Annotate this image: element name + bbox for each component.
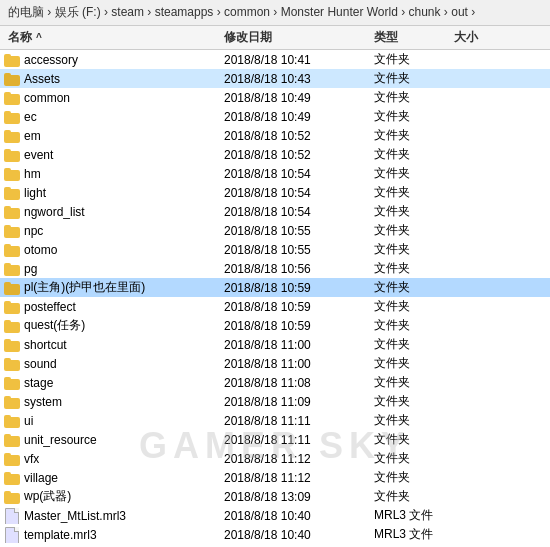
file-name: template.mrl3 [24,528,97,542]
file-name: npc [24,224,43,238]
cell-date: 2018/8/18 10:55 [220,243,370,257]
table-row[interactable]: pl(主角)(护甲也在里面)2018/8/18 10:59文件夹 [0,278,550,297]
cell-name: template.mrl3 [0,527,220,543]
cell-date: 2018/8/18 10:55 [220,224,370,238]
cell-date: 2018/8/18 10:49 [220,110,370,124]
cell-name: system [0,395,220,409]
cell-date: 2018/8/18 10:40 [220,528,370,542]
cell-date: 2018/8/18 10:43 [220,72,370,86]
cell-name: stage [0,376,220,390]
folder-icon [4,186,20,200]
folder-icon [4,262,20,276]
table-row[interactable]: sound2018/8/18 11:00文件夹 [0,354,550,373]
cell-date: 2018/8/18 11:11 [220,414,370,428]
cell-type: 文件夹 [370,70,450,87]
file-icon [4,527,20,543]
table-row[interactable]: template.mrl32018/8/18 10:40MRL3 文件 [0,525,550,544]
cell-date: 2018/8/18 11:09 [220,395,370,409]
cell-name: vfx [0,452,220,466]
folder-icon [4,72,20,86]
cell-type: 文件夹 [370,336,450,353]
cell-type: 文件夹 [370,279,450,296]
cell-date: 2018/8/18 10:59 [220,300,370,314]
cell-name: pl(主角)(护甲也在里面) [0,279,220,296]
cell-date: 2018/8/18 10:54 [220,167,370,181]
cell-type: MRL3 文件 [370,507,450,524]
table-row[interactable]: Master_MtList.mrl32018/8/18 10:40MRL3 文件 [0,506,550,525]
cell-name: ec [0,110,220,124]
table-row[interactable]: hm2018/8/18 10:54文件夹 [0,164,550,183]
file-name: Master_MtList.mrl3 [24,509,126,523]
table-row[interactable]: ui2018/8/18 11:11文件夹 [0,411,550,430]
cell-type: 文件夹 [370,412,450,429]
table-row[interactable]: village2018/8/18 11:12文件夹 [0,468,550,487]
file-name: common [24,91,70,105]
cell-type: 文件夹 [370,450,450,467]
table-row[interactable]: quest(任务)2018/8/18 10:59文件夹 [0,316,550,335]
cell-name: hm [0,167,220,181]
folder-icon [4,205,20,219]
table-row[interactable]: accessory2018/8/18 10:41文件夹 [0,50,550,69]
file-name: Assets [24,72,60,86]
cell-type: 文件夹 [370,393,450,410]
cell-date: 2018/8/18 10:52 [220,129,370,143]
file-name: ec [24,110,37,124]
cell-date: 2018/8/18 10:54 [220,205,370,219]
table-row[interactable]: unit_resource2018/8/18 11:11文件夹 [0,430,550,449]
cell-date: 2018/8/18 11:12 [220,452,370,466]
table-row[interactable]: stage2018/8/18 11:08文件夹 [0,373,550,392]
cell-date: 2018/8/18 10:56 [220,262,370,276]
table-row[interactable]: event2018/8/18 10:52文件夹 [0,145,550,164]
table-row[interactable]: wp(武器)2018/8/18 13:09文件夹 [0,487,550,506]
cell-name: Assets [0,72,220,86]
cell-name: event [0,148,220,162]
cell-name: posteffect [0,300,220,314]
folder-icon [4,224,20,238]
cell-name: shortcut [0,338,220,352]
folder-icon [4,376,20,390]
folder-icon [4,395,20,409]
folder-icon [4,110,20,124]
folder-icon [4,471,20,485]
file-name: village [24,471,58,485]
col-header-date[interactable]: 修改日期 [220,29,370,46]
table-row[interactable]: em2018/8/18 10:52文件夹 [0,126,550,145]
cell-type: 文件夹 [370,127,450,144]
cell-type: 文件夹 [370,355,450,372]
table-row[interactable]: common2018/8/18 10:49文件夹 [0,88,550,107]
cell-date: 2018/8/18 10:41 [220,53,370,67]
table-row[interactable]: light2018/8/18 10:54文件夹 [0,183,550,202]
folder-icon [4,148,20,162]
cell-name: village [0,471,220,485]
file-name: vfx [24,452,39,466]
table-row[interactable]: otomo2018/8/18 10:55文件夹 [0,240,550,259]
folder-icon [4,338,20,352]
file-name: accessory [24,53,78,67]
file-name: shortcut [24,338,67,352]
table-row[interactable]: posteffect2018/8/18 10:59文件夹 [0,297,550,316]
col-header-name[interactable]: 名称 ^ [0,29,220,46]
file-name: unit_resource [24,433,97,447]
cell-type: 文件夹 [370,317,450,334]
address-bar[interactable]: 的电脑 › 娱乐 (F:) › steam › steamapps › comm… [0,0,550,26]
table-row[interactable]: Assets2018/8/18 10:43文件夹 [0,69,550,88]
cell-date: 2018/8/18 11:00 [220,357,370,371]
cell-name: sound [0,357,220,371]
table-row[interactable]: ngword_list2018/8/18 10:54文件夹 [0,202,550,221]
table-row[interactable]: npc2018/8/18 10:55文件夹 [0,221,550,240]
file-name: quest(任务) [24,317,85,334]
cell-type: 文件夹 [370,108,450,125]
cell-type: 文件夹 [370,146,450,163]
folder-icon [4,243,20,257]
table-row[interactable]: shortcut2018/8/18 11:00文件夹 [0,335,550,354]
table-row[interactable]: vfx2018/8/18 11:12文件夹 [0,449,550,468]
file-name: pg [24,262,37,276]
col-header-size[interactable]: 大小 [450,29,520,46]
table-row[interactable]: pg2018/8/18 10:56文件夹 [0,259,550,278]
table-row[interactable]: system2018/8/18 11:09文件夹 [0,392,550,411]
table-row[interactable]: ec2018/8/18 10:49文件夹 [0,107,550,126]
file-name: light [24,186,46,200]
col-header-type[interactable]: 类型 [370,29,450,46]
folder-icon [4,414,20,428]
cell-type: 文件夹 [370,298,450,315]
